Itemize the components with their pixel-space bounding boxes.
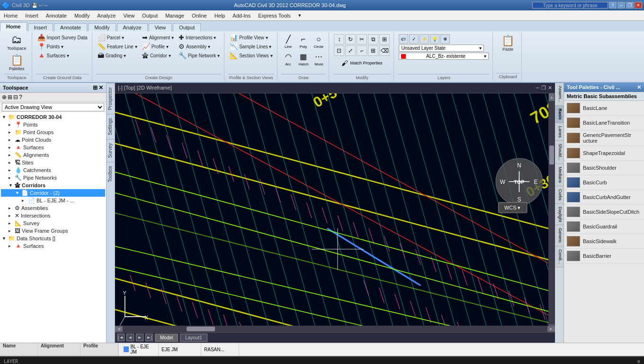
menu-annotate[interactable]: Annotate xyxy=(42,12,71,19)
palette-tab-assem[interactable]: Assem... xyxy=(555,83,564,106)
scroll-left-button[interactable]: ◄ xyxy=(115,326,123,332)
menu-analyze[interactable]: Analyze xyxy=(93,12,119,19)
menu-modify[interactable]: Modify xyxy=(71,12,93,19)
tree-item-1[interactable]: ▸📍Points xyxy=(1,121,105,128)
tab-analyze[interactable]: Analyze xyxy=(117,23,148,31)
tree-item-12[interactable]: ▸⚙Assemblies xyxy=(1,204,105,212)
arc-button[interactable]: ◠ Arc xyxy=(281,51,295,68)
palette-tab-generic[interactable]: Generic xyxy=(555,225,564,246)
canvas-minimize-button[interactable]: ─ xyxy=(536,85,539,91)
intersections-button[interactable]: ✚ Intersections ▾ xyxy=(177,33,221,42)
layer-off-button[interactable]: 💡 xyxy=(430,34,439,44)
canvas-close-button[interactable]: ✕ xyxy=(548,85,552,91)
tree-item-10[interactable]: ▼📄Corridor - (2) xyxy=(1,189,105,197)
prospector-tab[interactable]: Prospector xyxy=(107,83,115,114)
tab-annotate[interactable]: Annotate xyxy=(54,23,87,31)
menu-home[interactable]: Home xyxy=(0,12,21,19)
palette-item-0[interactable]: BasicLane xyxy=(564,101,644,116)
polyline-button[interactable]: ⌐ Poly xyxy=(296,33,311,50)
tab-view[interactable]: View xyxy=(149,23,172,31)
palettes-close-button[interactable]: ✕ xyxy=(637,84,641,91)
layer-properties-button[interactable]: 🏷 xyxy=(399,34,408,44)
palette-tab-daylight[interactable]: Daylight xyxy=(555,204,564,226)
points-button[interactable]: 📍 Points ▾ xyxy=(36,42,89,51)
help-icon[interactable]: ? xyxy=(609,2,617,9)
collapse-all-button[interactable]: ⊟ xyxy=(13,94,18,100)
tree-item-6[interactable]: ▸🏗Sites xyxy=(1,159,105,166)
profile-view-button[interactable]: 📊 Profile View ▾ xyxy=(228,33,274,42)
tree-item-4[interactable]: ▸🔺Surfaces xyxy=(1,144,105,151)
rotate-button[interactable]: ↻ xyxy=(345,34,356,45)
line-button[interactable]: ╱ Line xyxy=(281,33,295,50)
tree-item-3[interactable]: ▸☁Point Clouds xyxy=(1,136,105,144)
tree-item-8[interactable]: ▸🔧Pipe Networks xyxy=(1,174,105,182)
palette-tab-medians[interactable]: Medians xyxy=(555,164,564,186)
tab-insert[interactable]: Insert xyxy=(28,23,54,31)
stretch-button[interactable]: ⊡ xyxy=(334,46,344,56)
corridor-button[interactable]: 🛣 Corridor ▾ xyxy=(141,51,175,60)
tree-item-0[interactable]: ▼📁CORREDOR 30-04 xyxy=(1,113,105,121)
fillet-button[interactable]: ⌐ xyxy=(357,46,367,56)
maximize-button[interactable]: ❐ xyxy=(626,2,634,9)
canvas-content[interactable]: 0+5 70S 0+360 0+000 N S E W TOP WCS ▾ xyxy=(115,93,555,332)
help-button[interactable]: ? xyxy=(19,94,22,100)
circle-button[interactable]: ○ Circle xyxy=(312,33,326,50)
cad-viewport[interactable]: 0+5 70S 0+360 0+000 N S E W TOP WCS ▾ xyxy=(115,93,555,332)
canvas-tab-model[interactable]: Model xyxy=(155,334,178,342)
toolspace-button[interactable]: 🗂 Toolspace xyxy=(5,33,29,53)
erase-button[interactable]: ⌫ xyxy=(379,46,390,56)
canvas-hscrollbar[interactable]: ◄ ► xyxy=(115,326,555,332)
hatch-button[interactable]: ▦ Hatch xyxy=(296,51,311,68)
current-layer-dropdown[interactable]: ALC_Bz- existente ▾ xyxy=(399,53,489,60)
nav-next-button[interactable]: ► xyxy=(136,334,143,341)
alignment-button[interactable]: ➡ Alignment ▾ xyxy=(141,33,175,42)
palette-item-9[interactable]: BasicSidewalk xyxy=(564,234,644,249)
tab-modify[interactable]: Modify xyxy=(88,23,116,31)
tree-item-2[interactable]: ▸📁Point Groups xyxy=(1,128,105,136)
import-survey-button[interactable]: 📥 Import Survey Data xyxy=(36,33,89,42)
nav-first-button[interactable]: |◄ xyxy=(117,334,125,341)
expand-all-button[interactable]: ⊞ xyxy=(8,94,12,100)
tree-item-7[interactable]: ▸💧Catchments xyxy=(1,166,105,174)
palette-tab-basic[interactable]: Basic xyxy=(555,106,564,123)
more-draw-button[interactable]: ⋯ More xyxy=(312,51,326,68)
mirror-button[interactable]: ⊞ xyxy=(379,34,390,45)
menu-online[interactable]: Online xyxy=(188,12,211,19)
parcel-button[interactable]: ⬜ Parcel ▾ xyxy=(96,33,139,42)
palette-item-4[interactable]: BasicShoulder xyxy=(564,161,644,175)
scroll-right-button[interactable]: ► xyxy=(547,326,555,332)
scroll-thumb[interactable] xyxy=(549,146,554,164)
match-properties-button[interactable]: 🖌 Match Properties xyxy=(339,58,385,68)
view-selector[interactable]: Active Drawing View xyxy=(2,103,104,111)
profile-button[interactable]: 📈 Profile ▾ xyxy=(141,42,175,51)
palette-item-8[interactable]: BasicGuardrail xyxy=(564,219,644,234)
palette-item-10[interactable]: BasicBarrier xyxy=(564,249,644,264)
tree-item-11[interactable]: ▸📄BL - EJE JM - ... xyxy=(1,197,105,204)
nav-last-button[interactable]: ►| xyxy=(145,334,153,341)
canvas-vscrollbar[interactable]: ▲ ▼ xyxy=(548,93,555,332)
settings-tab[interactable]: Settings xyxy=(107,114,115,139)
canvas-restore-button[interactable]: ❐ xyxy=(541,85,546,91)
layer-match-button[interactable]: ⚡ xyxy=(420,34,429,44)
scroll-up-button[interactable]: ▲ xyxy=(549,93,555,101)
nav-prev-button[interactable]: ◄ xyxy=(126,334,134,341)
palette-item-3[interactable]: ShapeTrapezoidal xyxy=(564,146,644,161)
scale-button[interactable]: ⤢ xyxy=(345,46,356,56)
palettes-button[interactable]: 📋 Palettes xyxy=(5,54,28,73)
menu-manage[interactable]: Manage xyxy=(161,12,188,19)
toolspace-dock-button[interactable]: ⊞ xyxy=(93,84,98,91)
menu-addins[interactable]: Add-Ins xyxy=(229,12,254,19)
menu-insert[interactable]: Insert xyxy=(21,12,42,19)
pipe-network-button[interactable]: 🔧 Pipe Network ▾ xyxy=(177,51,221,60)
layer-make-current-button[interactable]: ✓ xyxy=(409,34,419,44)
menu-express[interactable]: Express Tools xyxy=(254,12,294,19)
new-item-button[interactable]: ⊕ xyxy=(2,94,7,100)
surfaces-button[interactable]: 🔺 Surfaces ▾ xyxy=(36,51,89,60)
survey-side-tab[interactable]: Survey xyxy=(107,139,115,162)
tree-item-15[interactable]: ▸🖼View Frame Groups xyxy=(1,227,105,235)
hscroll-thumb[interactable] xyxy=(187,327,215,331)
tab-home[interactable]: Home xyxy=(0,22,27,31)
toolspace-close-button[interactable]: ✕ xyxy=(98,84,103,91)
tree-item-9[interactable]: ▼🛣Corridors xyxy=(1,182,105,189)
tree-item-13[interactable]: ▸✕Intersections xyxy=(1,212,105,219)
